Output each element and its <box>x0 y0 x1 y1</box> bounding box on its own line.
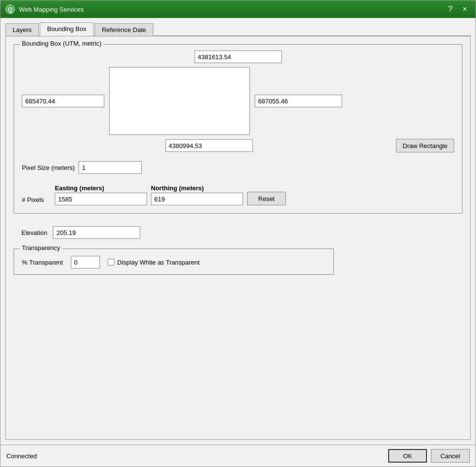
help-button[interactable]: ? <box>444 3 456 15</box>
transparency-legend: Transparency <box>20 244 62 251</box>
bottom-buttons: OK Cancel <box>388 449 470 463</box>
tab-bounding-box[interactable]: Bounding Box <box>40 22 94 36</box>
tab-content-bounding-box: Bounding Box (UTM, metric) <box>5 36 471 440</box>
svg-text:Q: Q <box>8 6 12 13</box>
percent-transparent-input[interactable] <box>71 256 100 268</box>
draw-rectangle-button[interactable]: Draw Rectangle <box>396 139 454 152</box>
north-row <box>22 50 454 63</box>
percent-transparent-label: % Transparent <box>22 259 63 266</box>
northing-col: Northing (meters) <box>151 184 243 205</box>
middle-row <box>22 67 454 135</box>
east-col <box>255 95 342 107</box>
transparency-inner: % Transparent Display White as Transpare… <box>22 256 326 268</box>
cancel-button[interactable]: Cancel <box>431 449 470 463</box>
easting-input[interactable] <box>55 193 147 205</box>
pixel-size-input[interactable] <box>79 161 142 174</box>
elevation-label: Elevation <box>21 229 47 236</box>
pixels-row: # Pixels Easting (meters) Northing (mete… <box>22 184 454 205</box>
south-input[interactable] <box>165 139 253 152</box>
elevation-input[interactable] <box>53 226 140 239</box>
display-white-checkbox[interactable] <box>108 259 115 266</box>
reset-button[interactable]: Reset <box>247 192 286 205</box>
titlebar: Q Web Mapping Services ? × <box>0 0 476 18</box>
bbox-wrapper: Draw Rectangle Pixel Size (meters) # Pix… <box>22 50 454 205</box>
pixel-size-row: Pixel Size (meters) <box>22 161 454 174</box>
tab-bar: Layers Bounding Box Reference Date <box>5 22 471 36</box>
window-title: Web Mapping Services <box>19 6 444 13</box>
south-draw-row: Draw Rectangle <box>22 139 454 152</box>
easting-label: Easting (meters) <box>55 184 104 192</box>
main-window: Q Web Mapping Services ? × Layers Boundi… <box>0 0 476 467</box>
close-button[interactable]: × <box>459 3 471 15</box>
titlebar-buttons: ? × <box>444 3 471 15</box>
east-input[interactable] <box>255 95 342 107</box>
display-white-text: Display White as Transparent <box>117 259 200 266</box>
bounding-box-legend: Bounding Box (UTM, metric) <box>20 40 103 47</box>
pixels-label: # Pixels <box>22 196 51 205</box>
west-input[interactable] <box>22 95 104 107</box>
tab-layers[interactable]: Layers <box>5 23 39 36</box>
northing-label: Northing (meters) <box>151 184 204 192</box>
north-input[interactable] <box>195 50 282 63</box>
status-text: Connected <box>6 452 388 460</box>
bbox-canvas <box>109 67 250 135</box>
northing-input[interactable] <box>151 193 243 205</box>
south-center <box>22 139 396 152</box>
app-icon: Q <box>5 4 15 14</box>
tab-reference-date[interactable]: Reference Date <box>95 23 153 36</box>
bounding-box-group: Bounding Box (UTM, metric) <box>14 44 462 214</box>
transparency-group: Transparency % Transparent Display White… <box>14 249 334 275</box>
elevation-row: Elevation <box>14 220 462 245</box>
bottom-bar: Connected OK Cancel <box>0 445 476 467</box>
ok-button[interactable]: OK <box>388 449 427 463</box>
pixel-size-label: Pixel Size (meters) <box>22 164 75 171</box>
easting-col: Easting (meters) <box>55 184 147 205</box>
content-area: Layers Bounding Box Reference Date Bound… <box>0 18 476 445</box>
display-white-label[interactable]: Display White as Transparent <box>108 259 200 266</box>
